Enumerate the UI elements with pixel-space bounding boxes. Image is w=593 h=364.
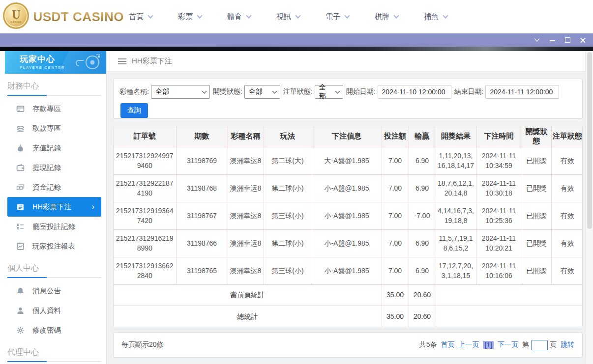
- table-row: 215217312924997946031198769澳洲幸运8第二球(大)大-…: [114, 147, 583, 174]
- table-cell: 2024-11-11 10:30:18: [476, 174, 522, 202]
- prev-page-link[interactable]: 上一页: [458, 340, 479, 349]
- table-cell: 2024-11-11 10:16:06: [476, 257, 522, 284]
- column-header: 開獎狀態: [522, 126, 551, 147]
- funds-record-icon: [16, 183, 25, 192]
- bets-table-panel: 訂單號期數彩種名稱玩法下注信息投注額輸贏開獎結果下注時間開獎狀態注單狀態2152…: [113, 126, 583, 327]
- current-page-indicator: [1]: [483, 341, 494, 349]
- menu-toggle-icon[interactable]: [118, 57, 126, 66]
- table-row: 215217312922187419031198768澳洲幸运8第二球(小)小-…: [114, 174, 583, 202]
- table-cell: 7.00: [382, 257, 409, 284]
- start-date-input[interactable]: [378, 85, 451, 99]
- table-cell: 已開獎: [522, 257, 551, 284]
- window-minimize-button[interactable]: [549, 36, 557, 44]
- nav-item-label: 捕魚: [424, 12, 439, 22]
- scrollbar-thumb[interactable]: [587, 52, 592, 229]
- end-date-input[interactable]: [485, 85, 559, 99]
- top-nav: 首頁彩票體育視訊電子棋牌捕魚: [129, 12, 447, 22]
- window-maximize-button[interactable]: [564, 36, 572, 44]
- page-jump-input[interactable]: [531, 340, 548, 350]
- table-cell: 7.00: [382, 174, 409, 202]
- summary-row: 當前頁統計35.0020.60: [114, 284, 583, 306]
- summary-winloss-total: 20.60: [409, 284, 436, 306]
- table-cell: 小-A盤@1.985: [312, 174, 382, 202]
- brand-coin-icon: U CASINO: [3, 2, 29, 29]
- table-cell: 有效: [551, 174, 583, 202]
- table-cell: 2152173129136622840: [114, 257, 176, 284]
- lottery-bet-icon: [16, 203, 25, 211]
- table-cell: 7.00: [382, 202, 409, 229]
- table-cell: 4,14,16,7,3,19,18,8: [436, 202, 476, 229]
- nav-item-5[interactable]: 棋牌: [375, 12, 398, 22]
- scrollbar[interactable]: [585, 51, 593, 364]
- nav-item-label: 彩票: [178, 12, 193, 22]
- table-cell: 6.90: [409, 257, 436, 284]
- decor-strip: [0, 47, 593, 51]
- sidebar-item-withdrawal-record[interactable]: 提現記錄: [0, 158, 106, 177]
- sidebar-item-recharge-record[interactable]: 充值記錄: [0, 138, 106, 158]
- draw-status-label: 開獎狀態:: [213, 87, 242, 96]
- nav-item-2[interactable]: 體育: [227, 12, 251, 22]
- order-status-select[interactable]: 全部: [315, 85, 343, 99]
- sidebar-item-funds-record[interactable]: 資金記錄: [0, 177, 106, 197]
- table-row: 215217312916219899031198766澳洲幸运8第二球(小)小-…: [114, 229, 583, 257]
- window-close-button[interactable]: [579, 36, 587, 44]
- table-cell: 1,11,20,13,16,18,14,17: [436, 147, 476, 174]
- table-cell: 澳洲幸运8: [228, 202, 264, 229]
- next-page-link[interactable]: 下一页: [498, 340, 518, 349]
- column-header: 下注時間: [476, 126, 522, 147]
- sidebar-item-label: 廳室投註記錄: [32, 222, 75, 231]
- nav-item-6[interactable]: 捕魚: [424, 12, 447, 22]
- sidebar-item-label: 資金記錄: [32, 183, 61, 192]
- window-dropdown-button[interactable]: [534, 36, 541, 44]
- table-header-row: 訂單號期數彩種名稱玩法下注信息投注額輸贏開獎結果下注時間開獎狀態注單狀態: [114, 126, 583, 147]
- sidebar-item-player-report[interactable]: 玩家投注報表: [0, 236, 106, 256]
- table-cell: 31198765: [176, 257, 228, 284]
- sidebar-item-label: 玩家投注報表: [32, 242, 75, 251]
- chevron-down-icon: [335, 89, 340, 94]
- page-title: HH彩票下注: [132, 56, 172, 66]
- lottery-select-label: 彩種名稱:: [119, 87, 149, 96]
- gear-icon: [16, 326, 25, 335]
- sidebar-item-person[interactable]: 個人資料: [0, 301, 106, 320]
- page-size-text: 每頁顯示20條: [121, 340, 164, 349]
- deposit-icon: [16, 105, 25, 113]
- table-cell: 已開獎: [522, 147, 551, 174]
- sidebar-section-title: 代理中心: [0, 340, 106, 361]
- table-cell: 澳洲幸运8: [228, 257, 264, 284]
- summary-row: 總統計35.0020.60: [114, 306, 583, 327]
- sidebar-item-withdraw[interactable]: 取款專區: [0, 118, 106, 138]
- sidebar-item-lottery-bet[interactable]: HH彩票下注›: [7, 197, 101, 217]
- table-cell: 澳洲幸运8: [228, 147, 264, 174]
- sidebar-item-bell[interactable]: 消息公告: [0, 281, 106, 301]
- sidebar-item-gear[interactable]: 修改密碼: [0, 320, 106, 340]
- pager: 共5条 首页 上一页 [1] 下一页 第 页 跳转: [419, 340, 574, 350]
- breadcrumb: HH彩票下注: [107, 51, 585, 72]
- order-status-label: 注單狀態:: [283, 87, 313, 96]
- chevron-down-icon: [272, 89, 277, 94]
- sidebar-item-deposit[interactable]: 存款專區: [0, 99, 106, 118]
- nav-item-1[interactable]: 彩票: [178, 12, 202, 22]
- recharge-record-icon: [16, 144, 25, 152]
- brand-name: USDT CASINO: [33, 9, 124, 25]
- nav-item-4[interactable]: 電子: [326, 12, 349, 22]
- table-cell: 小-A盤@1.985: [312, 202, 382, 229]
- draw-status-select[interactable]: 全部: [244, 85, 280, 99]
- table-cell: 18,7,6,12,1,20,14,8: [436, 174, 476, 202]
- lottery-select[interactable]: 全部: [151, 85, 210, 99]
- sidebar-item-label: 個人資料: [32, 306, 61, 315]
- table-cell: 31198766: [176, 229, 228, 257]
- summary-empty-cell: [436, 284, 583, 306]
- chevron-down-icon: [534, 36, 539, 41]
- chevron-down-icon: [197, 13, 202, 18]
- end-date-label: 結束日期:: [454, 87, 484, 96]
- jump-link[interactable]: 跳转: [561, 340, 574, 349]
- query-button[interactable]: 查詢: [120, 103, 148, 118]
- nav-item-0[interactable]: 首頁: [129, 12, 152, 22]
- nav-item-3[interactable]: 視訊: [276, 12, 300, 22]
- sidebar-item-label: 消息公告: [32, 286, 61, 296]
- brand-logo[interactable]: U CASINO USDT CASINO: [0, 4, 124, 29]
- table-cell: 大-A盤@1.985: [312, 147, 382, 174]
- table-cell: 小-A盤@1.985: [312, 229, 382, 257]
- first-page-link[interactable]: 首页: [441, 340, 454, 349]
- sidebar-item-hall-bet-record[interactable]: 廳室投註記錄: [0, 217, 106, 236]
